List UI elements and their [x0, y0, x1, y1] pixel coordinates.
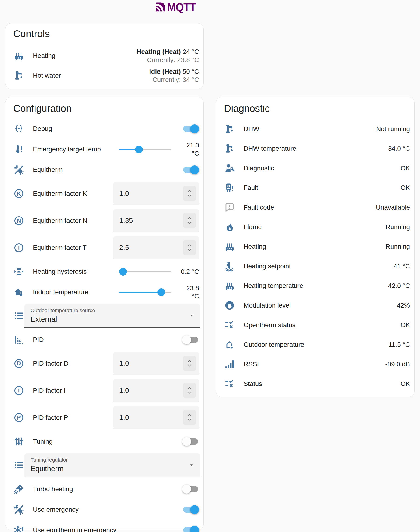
toggle-switch[interactable]	[183, 123, 199, 134]
row-value: Not running	[376, 125, 410, 133]
slider-fill	[119, 292, 161, 293]
diagnostic-row[interactable]: HeatingRunning	[216, 237, 414, 256]
stepper-down-button[interactable]	[186, 417, 193, 422]
diagnostic-row[interactable]: Heating temperature42.0 °C	[216, 276, 414, 296]
stepper-down-button[interactable]	[186, 193, 193, 198]
snowflake-alert-icon	[13, 525, 25, 532]
controls-card: Controls HeatingHeating (Heat) 24 °CCurr…	[5, 23, 204, 89]
row-label: Heating setpoint	[244, 263, 291, 270]
climate-state-main: Heating (Heat) 24 °C	[136, 48, 199, 56]
config-row-slider: Indoor temperature23.8°C	[5, 282, 203, 302]
stepper-down-button[interactable]	[186, 248, 193, 252]
slider-thumb[interactable]	[119, 268, 127, 276]
toggle-switch[interactable]	[183, 334, 199, 345]
row-label: Diagnostic	[244, 164, 274, 172]
climate-state-current: Currently: 23.8 °C	[136, 56, 199, 64]
config-row-toggle: Equitherm	[5, 160, 203, 180]
climate-state-action: Idle (Heat)	[149, 68, 181, 75]
water-pump-icon	[13, 70, 25, 81]
list-status-icon	[224, 319, 235, 331]
climate-state: Idle (Heat) 50 °CCurrently: 34 °C	[149, 67, 199, 84]
config-row-number: KEquitherm factor K1.0	[5, 180, 203, 207]
stepper-up-button[interactable]	[186, 243, 193, 248]
toggle-switch[interactable]	[183, 484, 199, 495]
config-row-toggle: Debug	[5, 118, 203, 139]
water-boiler-alert-icon	[224, 182, 235, 193]
toggle-switch[interactable]	[183, 504, 199, 515]
toggle-switch[interactable]	[183, 436, 199, 447]
controls-row[interactable]: Hot waterIdle (Heat) 50 °CCurrently: 34 …	[5, 66, 203, 85]
slider-thumb[interactable]	[135, 146, 143, 153]
stepper-up-button[interactable]	[186, 359, 193, 363]
row-value: OK	[401, 380, 410, 387]
diagnostic-row[interactable]: DiagnosticOK	[216, 158, 414, 178]
number-input[interactable]: 1.0	[113, 182, 199, 205]
diagnostic-row[interactable]: DHW temperature34.0 °C	[216, 139, 414, 158]
stepper-up-button[interactable]	[186, 413, 193, 417]
number-input[interactable]: 1.0	[113, 352, 199, 375]
alpha-p-circle-icon: P	[13, 412, 25, 423]
diagnostic-row[interactable]: Fault codeUnavailable	[216, 198, 414, 217]
diagnostic-row[interactable]: DHWNot running	[216, 119, 414, 139]
number-input-value: 1.0	[119, 386, 129, 394]
select-value: External	[30, 315, 200, 324]
config-row-number: IPID factor I1.0	[5, 377, 203, 404]
select-field[interactable]: Tuning regulatorEquitherm	[25, 453, 200, 477]
slider[interactable]	[119, 287, 171, 298]
diagnostic-row[interactable]: FaultOK	[216, 178, 414, 198]
row-value: 34.0 °C	[388, 145, 410, 152]
controls-row[interactable]: HeatingHeating (Heat) 24 °CCurrently: 23…	[5, 46, 203, 66]
slider-thumb[interactable]	[157, 288, 165, 296]
number-stepper	[183, 240, 196, 255]
select-field[interactable]: Outdoor temperature sourceExternal	[25, 304, 200, 328]
row-label: Modulation level	[244, 302, 291, 309]
stepper-up-button[interactable]	[186, 216, 193, 221]
sun-snowflake-icon	[13, 164, 25, 176]
rocket-launch-icon	[13, 484, 25, 495]
slider[interactable]	[119, 144, 171, 155]
configuration-rows: DebugEmergency target temp21.0°CEquither…	[5, 118, 203, 532]
stepper-up-button[interactable]	[186, 189, 193, 193]
toggle-switch[interactable]	[183, 525, 199, 532]
number-input-value: 2.5	[119, 244, 129, 251]
diagnostic-row[interactable]: Opentherm statusOK	[216, 315, 414, 335]
number-input[interactable]: 1.0	[113, 379, 199, 402]
number-stepper	[183, 410, 196, 425]
stepper-up-button[interactable]	[186, 386, 193, 390]
row-label: Heating temperature	[244, 282, 303, 290]
row-label: Indoor temperature	[33, 288, 89, 296]
stepper-down-button[interactable]	[186, 221, 193, 225]
diagnostic-row[interactable]: RSSI-89.0 dB	[216, 355, 414, 374]
row-label: Flame	[244, 223, 262, 231]
select-value: Equitherm	[30, 465, 200, 473]
stepper-down-button[interactable]	[186, 363, 193, 368]
diagnostic-row[interactable]: Outdoor temperature11.5 °C	[216, 335, 414, 355]
mqtt-logo: MQTT	[155, 1, 195, 13]
alpha-t-circle-icon: T	[13, 242, 25, 253]
diagnostic-row[interactable]: FlameRunning	[216, 217, 414, 237]
stepper-down-button[interactable]	[186, 390, 193, 395]
chart-histogram-icon	[13, 334, 25, 345]
row-label: Hot water	[33, 72, 61, 79]
row-label: Equitherm factor N	[33, 217, 87, 224]
row-label: DHW	[244, 125, 259, 133]
row-label: PID	[33, 336, 44, 343]
climate-state-target: 50 °C	[181, 68, 199, 75]
config-row-toggle: Use emergency	[5, 499, 203, 520]
radiator-icon	[224, 280, 235, 291]
diagnostic-row[interactable]: Heating setpoint41 °C	[216, 256, 414, 276]
coolant-thermometer-icon	[224, 261, 235, 272]
diagnostic-row[interactable]: StatusOK	[216, 374, 414, 394]
toggle-switch[interactable]	[183, 164, 199, 176]
slider-track	[119, 271, 171, 272]
diagnostic-card-title: Diagnostic	[224, 103, 414, 113]
toggle-thumb	[182, 437, 191, 446]
number-input[interactable]: 2.5	[113, 236, 199, 259]
svg-text:I: I	[18, 387, 20, 394]
number-input[interactable]: 1.35	[113, 209, 199, 232]
slider[interactable]	[119, 266, 171, 277]
diagnostic-row[interactable]: Modulation level42%	[216, 296, 414, 315]
number-input[interactable]: 1.0	[113, 406, 199, 429]
config-row-toggle: Tuning	[5, 431, 203, 452]
row-label: Heating hysteresis	[33, 268, 87, 275]
